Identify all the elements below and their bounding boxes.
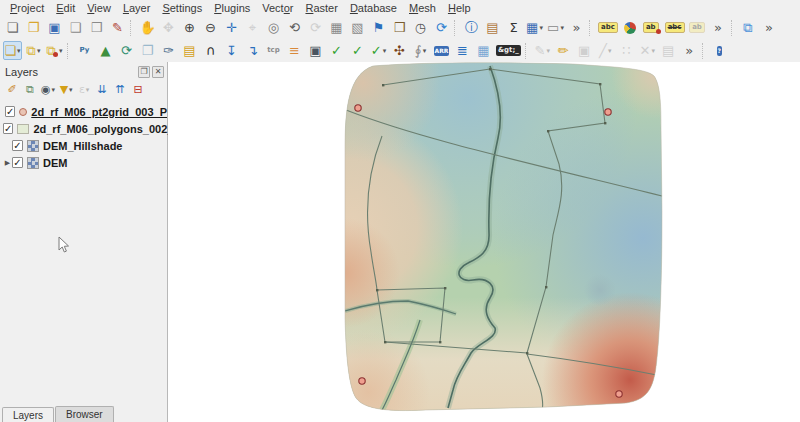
map-window-capture-button[interactable]: ▣ [306,41,325,60]
select-by-value-dropdown[interactable]: ▾ [37,47,41,55]
new-3d-map-view-button[interactable]: ▧ [348,18,367,37]
layer-name[interactable]: DEM_Hillshade [43,140,122,152]
layer-row-2d_rf_M06_polygons_002_R[interactable]: ✓2d_rf_M06_polygons_002_R [0,120,167,137]
layer-labeling-options-button[interactable]: abc [597,18,619,37]
arr-plugin-button[interactable]: ARR [432,41,451,60]
manage-map-themes-dropdown[interactable]: ▾ [52,86,56,94]
remove-layer-button[interactable]: ⊟ [130,82,146,98]
check-geometry-button[interactable]: ✓ [348,41,367,60]
select-features-button[interactable]: ❏▾ [3,41,22,60]
label-toolbar-overflow-button[interactable]: » [709,18,728,37]
menu-edit[interactable]: Edit [50,2,81,14]
highlight-pinned-labels-button[interactable]: abc [664,18,686,37]
check-notes-button[interactable]: ✓ [327,41,346,60]
show-bookmarks-button[interactable]: ❒ [390,18,409,37]
zoom-out-button[interactable]: ⊖ [201,18,220,37]
zoom-full-button[interactable]: ✛ [222,18,241,37]
layer-checkbox[interactable]: ✓ [5,106,15,117]
save-project-button[interactable]: ▣ [45,18,64,37]
check-validate-dropdown[interactable]: ▾ [383,47,387,55]
db-manager-button[interactable]: ▤ [180,41,199,60]
expand-all-button[interactable]: ⇊ [94,82,110,98]
layer-checkbox[interactable]: ✓ [12,140,23,151]
layer-checkbox[interactable]: ✓ [3,123,13,134]
pin-labels-button[interactable]: ab [642,18,662,37]
close-panel-button[interactable]: ✕ [152,66,164,78]
field-calculator-button[interactable]: ▤ [483,18,502,37]
measure-button[interactable]: ▭▾ [546,18,565,37]
raster-terrain-analysis-button[interactable]: ▲ [96,41,115,60]
measure-dropdown[interactable]: ▾ [560,24,564,32]
identify-features-button[interactable]: ⓘ [462,18,481,37]
attachments-dropdown[interactable]: ▾ [423,47,427,55]
menu-settings[interactable]: Settings [156,2,208,14]
show-layout-manager-button[interactable]: ❒ [87,18,106,37]
georeferencer-button[interactable]: ❐ [138,41,157,60]
layer-row-DEM[interactable]: ▶✓DEM [0,154,167,171]
expander-icon[interactable]: ▶ [3,159,12,167]
collapse-all-button[interactable]: ⇈ [112,82,128,98]
check-validate-button[interactable]: ✓▾ [369,41,388,60]
tcp-connector-button[interactable]: tcp [264,41,283,60]
new-print-layout-button[interactable]: ❑ [66,18,85,37]
mesh-calculator-button[interactable]: ▦ [474,41,493,60]
refresh-map-button[interactable]: ⟳ [432,18,451,37]
new-map-view-button[interactable]: ▦ [327,18,346,37]
float-panel-button[interactable]: ❐ [138,66,150,78]
pan-map-button[interactable]: ✋ [138,18,157,37]
tab-browser[interactable]: Browser [55,406,114,422]
toggle-editing-button[interactable]: ✏ [554,41,573,60]
menu-layer[interactable]: Layer [117,2,157,14]
menu-project[interactable]: Project [4,2,50,14]
style-manager-button[interactable]: ✎ [108,18,127,37]
layer-row-DEM_Hillshade[interactable]: ✓DEM_Hillshade [0,137,167,154]
menu-raster[interactable]: Raster [299,2,343,14]
layer-row-2d_rf_M06_pt2grid_003_P[interactable]: ✓2d_rf_M06_pt2grid_003_P [0,103,167,120]
menu-vector[interactable]: Vector [256,2,299,14]
filter-legend-button[interactable]: ▼▾ [58,82,74,98]
map-canvas[interactable] [168,62,800,422]
crayfish-plugin-button[interactable]: ✣ [390,41,409,60]
open-project-button[interactable]: ❐ [24,18,43,37]
zoom-last-button[interactable]: ⟲ [285,18,304,37]
layer-name[interactable]: DEM [43,157,67,169]
layer-toolbar-overflow-button[interactable]: » [760,18,779,37]
attachments-button[interactable]: ∮▾ [411,41,430,60]
layer-checkbox[interactable]: ✓ [12,157,23,168]
digitize-toolbar-overflow-button[interactable]: » [680,41,699,60]
new-spatial-bookmark-button[interactable]: ⚑ [369,18,388,37]
profile-tool-button[interactable]: ≣ [453,41,472,60]
deselect-features-button[interactable]: ⧉▾ [45,41,64,60]
menu-plugins[interactable]: Plugins [208,2,256,14]
menu-mesh[interactable]: Mesh [403,2,442,14]
layer-diagram-options-button[interactable] [621,18,640,37]
zoom-to-layer-button[interactable]: ◎ [264,18,283,37]
add-layer-button[interactable]: ⧉ [739,18,758,37]
profile-layout-button[interactable]: ≡ [285,41,304,60]
layer-name[interactable]: 2d_rf_M06_pt2grid_003_P [31,106,167,118]
zoom-in-button[interactable]: ⊕ [180,18,199,37]
deselect-features-dropdown[interactable]: ▾ [59,47,63,55]
filter-legend-dropdown[interactable]: ▾ [69,86,73,94]
open-layer-styling-button[interactable]: ✐ [4,82,20,98]
topology-checker-button[interactable]: ✑ [159,41,178,60]
import-layer-button[interactable]: ↴ [243,41,262,60]
temporal-controller-button[interactable]: ◷ [411,18,430,37]
statistical-summary-button[interactable]: Σ [504,18,523,37]
menu-database[interactable]: Database [344,2,403,14]
toolbar-overflow-button[interactable]: » [567,18,586,37]
select-features-dropdown[interactable]: ▾ [17,47,21,55]
new-project-button[interactable]: ❏ [3,18,22,37]
tab-layers[interactable]: Layers [2,407,54,422]
plugin-downloader-button[interactable]: ↧ [222,41,241,60]
menu-view[interactable]: View [81,2,117,14]
open-attribute-table-dropdown[interactable]: ▾ [539,24,543,32]
python-console-button[interactable]: Py [75,41,94,60]
layer-name[interactable]: 2d_rf_M06_polygons_002_R [33,123,181,135]
manage-map-themes-button[interactable]: ◉▾ [40,82,56,98]
azimuth-distance-button[interactable]: ⟳ [117,41,136,60]
grass-tools-button[interactable]: ∩ [201,41,220,60]
python-terminal-button[interactable]: &gt;_ [495,41,522,60]
add-group-button[interactable]: ⧉ [22,82,38,98]
menu-help[interactable]: Help [442,2,477,14]
